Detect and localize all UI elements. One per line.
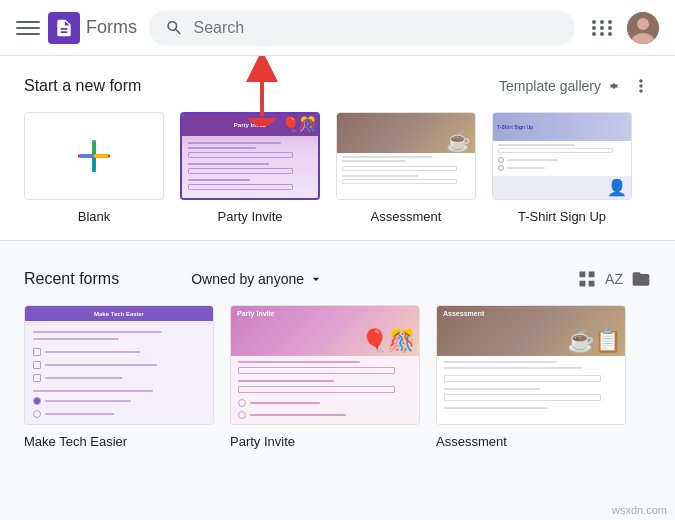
user-avatar[interactable] (627, 12, 659, 44)
app-title: Forms (86, 17, 137, 38)
hamburger-menu-icon[interactable] (16, 16, 40, 40)
folder-icon (631, 269, 651, 289)
grid-dots-shape (592, 20, 614, 36)
party-invite-recent-label: Party Invite (230, 434, 295, 449)
recent-cards-list: Make Tech Easier (24, 305, 651, 449)
new-form-header: Start a new form Template gallery (24, 76, 651, 96)
make-tech-label: Make Tech Easier (24, 434, 127, 449)
blank-card-label: Blank (78, 209, 111, 224)
main-content: Start a new form Template gallery (0, 56, 675, 520)
avatar-image (627, 12, 659, 44)
app-header: Forms (0, 0, 675, 56)
tshirt-card-thumb: T-Shirt Sign Up (492, 112, 632, 200)
sort-az-button[interactable]: AZ (605, 271, 623, 287)
apps-grid-icon[interactable] (587, 12, 619, 44)
make-tech-thumb: Make Tech Easier (24, 305, 214, 425)
owned-filter-chevron-icon (308, 271, 324, 287)
template-card-blank[interactable]: Blank (24, 112, 164, 224)
section-actions: Template gallery (499, 76, 651, 96)
template-card-party-invite[interactable]: Party Invite 🎈🎊 (180, 112, 320, 224)
recent-forms-section: Recent forms Owned by anyone AZ (0, 249, 675, 469)
plus-icon-svg (70, 132, 118, 180)
view-options: AZ (577, 269, 651, 289)
folder-view-button[interactable] (631, 269, 651, 289)
new-form-section: Start a new form Template gallery (0, 56, 675, 241)
grid-view-icon (577, 269, 597, 289)
recent-card-make-tech[interactable]: Make Tech Easier (24, 305, 214, 449)
party-invite-recent-thumb: 🎈🎊 Party Invite (230, 305, 420, 425)
search-icon (165, 18, 184, 38)
recent-card-assessment[interactable]: ☕📋 Assessment Assessment (436, 305, 626, 449)
recent-forms-header: Recent forms Owned by anyone AZ (24, 269, 651, 289)
more-options-icon[interactable] (631, 76, 651, 96)
owned-filter-dropdown[interactable]: Owned by anyone (191, 271, 324, 287)
svg-point-1 (637, 18, 649, 30)
template-gallery-label: Template gallery (499, 78, 601, 94)
assessment-card-thumb: ☕ (336, 112, 476, 200)
search-input[interactable] (194, 19, 559, 37)
assessment-recent-thumb: ☕📋 Assessment (436, 305, 626, 425)
forms-logo: Forms (48, 12, 137, 44)
party-invite-card-label: Party Invite (217, 209, 282, 224)
party-card-thumb: Party Invite 🎈🎊 (180, 112, 320, 200)
recent-card-party-invite[interactable]: 🎈🎊 Party Invite (230, 305, 420, 449)
template-card-assessment[interactable]: ☕ Assessment (336, 112, 476, 224)
template-card-tshirt[interactable]: T-Shirt Sign Up (492, 112, 632, 224)
section-separator (0, 241, 675, 249)
forms-icon-svg (54, 18, 74, 38)
recent-forms-title: Recent forms (24, 270, 119, 288)
assessment-recent-label: Assessment (436, 434, 507, 449)
template-gallery-button[interactable]: Template gallery (499, 77, 623, 95)
forms-logo-icon (48, 12, 80, 44)
owned-filter-label: Owned by anyone (191, 271, 304, 287)
header-right (587, 12, 659, 44)
grid-view-button[interactable] (577, 269, 597, 289)
header-left: Forms (16, 12, 137, 44)
tshirt-card-label: T-Shirt Sign Up (518, 209, 606, 224)
assessment-card-label: Assessment (371, 209, 442, 224)
search-bar[interactable] (149, 10, 575, 46)
blank-card-thumb (24, 112, 164, 200)
template-cards-list: Blank Party Invite 🎈🎊 (24, 112, 651, 224)
new-form-title: Start a new form (24, 77, 141, 95)
sort-az-icon: AZ (605, 271, 623, 287)
expand-icon (605, 77, 623, 95)
